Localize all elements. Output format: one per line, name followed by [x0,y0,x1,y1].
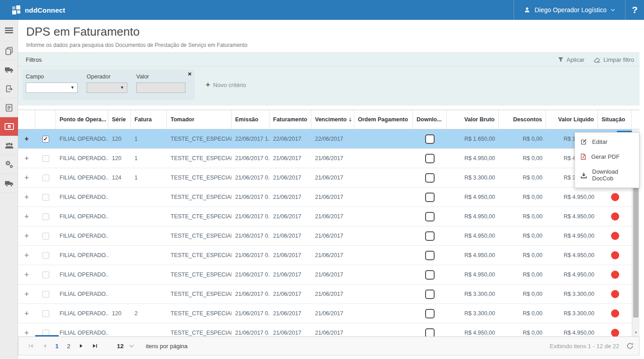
context-menu-item-download-doccob[interactable]: Download DocCob [575,164,639,186]
clear-filter-button[interactable]: Limpar filtro [593,56,634,63]
sidebar-item-fleet[interactable] [0,174,18,193]
row-checkbox[interactable] [42,194,49,201]
refresh-button[interactable] [626,342,634,350]
truck-icon [5,180,14,187]
row-checkbox[interactable]: ✓ [42,136,49,143]
expand-row-button[interactable]: + [24,135,28,143]
user-menu[interactable]: Diego Operador Logístico [514,0,625,20]
remove-criterion-button[interactable]: ✕ [188,71,192,77]
row-checkbox[interactable] [42,272,49,278]
cell-serie: 120 [108,304,131,323]
expand-row-button[interactable]: + [24,251,28,259]
column-header-valor_liquido[interactable]: Valor Líquido [546,110,598,129]
context-menu-item-editar[interactable]: Editar [575,134,639,149]
download-checkbox[interactable] [425,212,435,221]
download-checkbox[interactable] [425,251,435,260]
download-checkbox[interactable] [425,193,435,202]
column-header-vencimento[interactable]: Vencimento [311,110,354,129]
sidebar-item-billing[interactable]: 1 [0,117,18,136]
cell-vencimento: 21/06/2017 [311,265,354,284]
expand-row-button[interactable]: + [24,329,28,336]
apply-filter-button[interactable]: Aplicar [558,56,584,63]
sidebar-item-export[interactable] [0,79,18,98]
cell-fatura: 1 [131,129,167,148]
sidebar-item-documents[interactable] [0,41,18,60]
sidebar-item-users[interactable] [0,136,18,155]
column-header-serie[interactable]: Série [108,110,131,129]
expand-row-button[interactable]: + [24,232,28,240]
row-checkbox[interactable] [42,291,49,298]
download-checkbox[interactable] [425,328,435,337]
row-checkbox[interactable] [42,213,49,220]
column-header-ponto[interactable]: Ponto de Opera... [56,110,108,129]
next-page-button[interactable] [74,336,88,355]
table-row[interactable]: +FILIAL OPERADO...1201TESTE_CTE_ESPECIAL… [18,149,632,168]
column-header-download[interactable]: Downlo... [413,110,447,129]
context-menu-item-gerar-pdf[interactable]: Gerar PDF [575,149,639,164]
column-header-select[interactable] [35,110,56,129]
page-number-1[interactable]: 1 [51,343,63,350]
download-checkbox[interactable] [425,231,435,241]
expand-row-button[interactable]: + [24,174,28,182]
table-row[interactable]: +FILIAL OPERADO...TESTE_CTE_ESPECIAL_S..… [18,207,632,226]
expand-row-button[interactable]: + [24,290,28,298]
last-page-button[interactable] [88,336,102,355]
column-header-fatura[interactable]: Fatura [131,110,167,129]
row-checkbox[interactable] [42,233,49,239]
page-number-2[interactable]: 2 [63,343,74,350]
table-row[interactable]: +FILIAL OPERADO...1241TESTE_CTE_ESPECIAL… [18,168,632,188]
help-button[interactable]: ? [625,0,644,20]
row-checkbox[interactable] [42,310,49,317]
cell-ordem [354,323,413,336]
sidebar-item-document[interactable] [0,98,18,117]
table-row[interactable]: +FILIAL OPERADO...1202TESTE_CTE_ESPECIAL… [18,304,632,323]
expand-row-button[interactable]: + [24,212,28,221]
column-header-situacao[interactable]: Situação [598,110,632,129]
cell-vencimento: 21/06/2017 [311,246,354,265]
column-header-emissao[interactable]: Emissão [232,110,269,129]
sidebar-item-transport[interactable] [0,60,18,79]
sidebar-item-menu-toggle[interactable] [0,20,18,41]
table-row[interactable]: +FILIAL OPERADO...TESTE_CTE_ESPECIAL_S..… [18,323,632,336]
row-checkbox[interactable] [42,252,49,259]
app-logo[interactable]: nddConnect [0,5,65,14]
download-checkbox[interactable] [425,290,435,299]
cell-serie [108,207,131,226]
download-checkbox[interactable] [425,270,435,280]
expand-row-button[interactable]: + [24,309,28,318]
download-checkbox[interactable] [425,309,435,318]
novo-criterio-button[interactable]: + Novo critério [206,81,246,89]
scroll-down-arrow[interactable]: ▼ [632,329,639,336]
column-header-ordem[interactable]: Ordem Pagamento [354,110,413,129]
column-header-faturamento[interactable]: Faturamento [269,110,311,129]
page-size-dropdown[interactable]: 12 [117,343,134,350]
table-row[interactable]: +FILIAL OPERADO...TESTE_CTE_ESPECIAL_S..… [18,226,632,246]
row-checkbox[interactable] [42,175,49,181]
column-header-tomador[interactable]: Tomador [167,110,232,129]
download-checkbox[interactable] [425,154,435,163]
column-header-descontos[interactable]: Descontos [499,110,546,129]
sidebar-item-settings[interactable] [0,155,18,174]
expand-row-button[interactable]: + [24,154,28,162]
table-row[interactable]: +FILIAL OPERADO...TESTE_CTE_ESPECIAL_S..… [18,246,632,265]
row-checkbox[interactable] [42,155,49,162]
download-checkbox[interactable] [425,173,435,183]
column-header-valor_bruto[interactable]: Valor Bruto [447,110,499,129]
table-row[interactable]: +FILIAL OPERADO...TESTE_CTE_ESPECIAL_S..… [18,285,632,304]
expand-row-button[interactable]: + [24,271,28,279]
table-row[interactable]: +FILIAL OPERADO...TESTE_CTE_ESPECIAL_S..… [18,265,632,285]
cell-fatura [131,323,167,336]
column-header-expand[interactable] [18,110,35,129]
cell-select [35,226,56,245]
table-row[interactable]: +✓FILIAL OPERADO...1201TESTE_CTE_ESPECIA… [18,129,632,149]
previous-page-button[interactable] [37,336,51,355]
campo-select[interactable]: ▼ [26,83,78,93]
expand-row-button[interactable]: + [24,193,28,201]
valor-input[interactable] [136,83,185,93]
operador-select[interactable]: ▼ [87,83,127,93]
first-page-button[interactable] [24,336,37,355]
column-header-label: Descontos [513,116,542,123]
download-checkbox[interactable] [425,134,435,144]
clear-filter-label: Limpar filtro [603,56,634,63]
table-row[interactable]: +FILIAL OPERADO...TESTE_CTE_ESPECIAL_S..… [18,188,632,207]
